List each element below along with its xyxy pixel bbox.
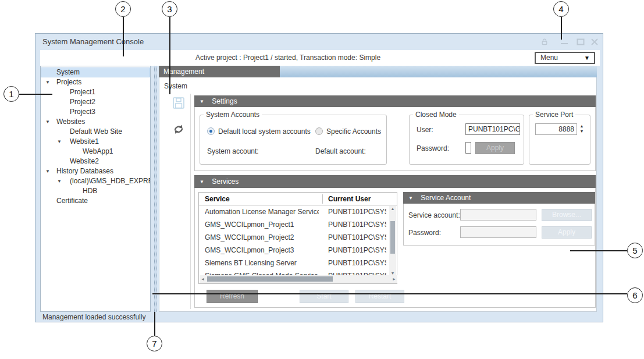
radio-default-accounts[interactable] xyxy=(207,127,215,135)
tree-expand-icon[interactable]: ▼ xyxy=(57,176,65,186)
collapse-icon: ▼ xyxy=(200,179,204,184)
tree-item[interactable]: ▼ Websites xyxy=(41,117,150,127)
vertical-scrollbar[interactable]: ▲ ▼ xyxy=(389,206,396,276)
callout-line xyxy=(169,17,170,94)
service-account-apply-button[interactable]: Apply xyxy=(542,226,592,239)
callout-line xyxy=(152,293,627,294)
status-bar-text: Management loaded successfully xyxy=(42,313,145,321)
table-row[interactable]: GMS_WCCILpmon_Project1 PUNBT101PC\SYS xyxy=(199,218,390,231)
service-account-header[interactable]: ▼ Service Account xyxy=(403,192,595,204)
closed-mode-apply-button[interactable]: Apply xyxy=(475,142,515,154)
settings-section: ▼ Settings System Accounts Default local… xyxy=(194,95,596,171)
tree-expand-icon[interactable]: ▼ xyxy=(45,77,54,87)
tree-expand-icon[interactable]: ▼ xyxy=(45,166,54,176)
services-section-header[interactable]: ▼ Services xyxy=(194,175,596,188)
service-name-cell: GMS_WCCILpmon_Project2 xyxy=(205,231,319,244)
callout-circle: 7 xyxy=(147,336,162,351)
title-bar[interactable]: System Management Console xyxy=(35,34,603,50)
system-accounts-legend: System Accounts xyxy=(204,111,262,119)
scroll-left-icon[interactable]: ◄ xyxy=(201,275,205,283)
scroll-right-icon[interactable]: ► xyxy=(392,275,396,283)
lock-icon xyxy=(540,38,550,46)
callout-number: 7 xyxy=(152,339,156,349)
callout-line xyxy=(154,312,155,336)
tree-item[interactable]: WebApp1 xyxy=(41,147,150,157)
column-header-current-user[interactable]: Current User xyxy=(328,193,371,205)
table-row[interactable]: GMS_WCCILpmon_Project3 PUNBT101PC\SYS xyxy=(199,244,390,257)
password-label: Password: xyxy=(417,144,449,152)
service-port-input[interactable]: 8888 xyxy=(535,123,577,135)
refresh-icon[interactable] xyxy=(172,123,185,136)
service-port-group: Service Port 8888 ▲ ▼ xyxy=(529,115,590,165)
browse-button[interactable]: Browse... xyxy=(542,209,592,221)
current-user-cell: PUNBT101PC\SYS xyxy=(328,218,386,231)
tree-item[interactable]: Website2 xyxy=(41,157,150,166)
spin-up-icon[interactable]: ▲ xyxy=(579,124,585,129)
panel-splitter[interactable] xyxy=(153,66,159,312)
callout-number: 6 xyxy=(632,290,637,300)
callout-circle: 6 xyxy=(627,287,643,303)
table-row[interactable]: Siemens BT Licensing Server PUNBT101PC\S… xyxy=(199,257,390,269)
tree-item[interactable]: Default Web Site xyxy=(41,127,150,137)
restart-button[interactable]: Restart xyxy=(355,290,404,303)
tree-item-label: Default Web Site xyxy=(41,127,150,137)
toolbar-divider xyxy=(190,94,191,309)
management-content: System xyxy=(159,77,597,312)
smc-window: System Management Console Active project… xyxy=(35,33,603,322)
tree-item[interactable]: ▼ History Databases xyxy=(41,166,150,176)
scroll-up-icon[interactable]: ▲ xyxy=(389,207,396,211)
tab-management[interactable]: Management xyxy=(159,66,280,77)
scroll-down-icon[interactable]: ▼ xyxy=(389,271,396,275)
system-account-label: System account: xyxy=(207,147,259,155)
vertical-scroll-thumb[interactable] xyxy=(390,221,395,254)
radio-specific-accounts[interactable] xyxy=(315,127,323,135)
system-tree-panel: System ▼ Projects Project1 Project2 xyxy=(40,66,151,312)
tree-item[interactable]: Project2 xyxy=(41,97,150,107)
tree-item-label: Project2 xyxy=(41,97,150,107)
service-account-password-input[interactable] xyxy=(460,226,536,238)
column-header-service[interactable]: Service xyxy=(205,193,230,205)
tree-item[interactable]: ▼ (local)\GMS_HDB_EXPRESS xyxy=(41,176,150,186)
figure-canvas: System Management Console Active project… xyxy=(0,0,644,359)
callout-number: 5 xyxy=(632,246,637,255)
current-user-cell: PUNBT101PC\SYS xyxy=(328,231,386,244)
table-row[interactable]: GMS_WCCILpmon_Project2 PUNBT101PC\SYS xyxy=(199,231,390,244)
tree-item[interactable]: Project1 xyxy=(41,87,150,97)
tree-item[interactable]: HDB xyxy=(41,186,150,196)
tree-item-label: Projects xyxy=(41,77,150,87)
user-input[interactable]: PUNBT101PC\Gm xyxy=(465,123,520,135)
password-input[interactable] xyxy=(465,142,471,154)
horizontal-scrollbar[interactable]: ◄ ► xyxy=(200,275,397,283)
tree-item-label: HDB xyxy=(41,186,150,196)
tree-expand-icon[interactable]: ▼ xyxy=(57,137,65,147)
services-table: Service Current User Automation License … xyxy=(198,192,397,284)
table-row[interactable]: Automation License Manager Service PUNBT… xyxy=(199,205,390,218)
tree-item[interactable]: ▼ Projects xyxy=(41,77,150,87)
splitter-grip xyxy=(154,66,157,312)
service-name-cell: GMS_WCCILpmon_Project1 xyxy=(205,218,319,231)
settings-section-header[interactable]: ▼ Settings xyxy=(194,95,596,107)
tree-item[interactable]: Certificate xyxy=(41,196,150,206)
tree-item-label: System xyxy=(41,67,150,77)
tree-expand-icon[interactable]: ▼ xyxy=(45,117,54,127)
save-icon[interactable] xyxy=(172,97,185,109)
maximize-button[interactable] xyxy=(576,38,585,46)
service-name-cell: Automation License Manager Service xyxy=(205,205,319,218)
refresh-button[interactable]: Refresh xyxy=(207,290,258,303)
start-button[interactable]: Start xyxy=(300,290,348,303)
main-panel: Management System xyxy=(159,66,597,312)
menu-dropdown[interactable]: Menu ▼ xyxy=(535,52,595,64)
close-button[interactable] xyxy=(590,38,599,46)
tree-item[interactable]: Project3 xyxy=(41,107,150,117)
closed-mode-group: Closed Mode User: PUNBT101PC\Gm Password… xyxy=(409,115,524,165)
current-user-cell: PUNBT101PC\SYS xyxy=(328,205,386,218)
spin-down-icon[interactable]: ▼ xyxy=(579,129,585,134)
service-account-input[interactable] xyxy=(460,209,536,221)
active-project-status: Active project : Project1 / started, Tra… xyxy=(40,50,536,66)
horizontal-scroll-thumb[interactable] xyxy=(207,276,333,282)
callout-circle: 2 xyxy=(115,1,131,17)
tree-item-label: Certificate xyxy=(41,196,150,206)
tree-item[interactable]: ▼ Website1 xyxy=(41,137,150,147)
service-name-cell: Siemens BT Licensing Server xyxy=(205,257,319,269)
tree-item[interactable]: System xyxy=(41,67,150,77)
